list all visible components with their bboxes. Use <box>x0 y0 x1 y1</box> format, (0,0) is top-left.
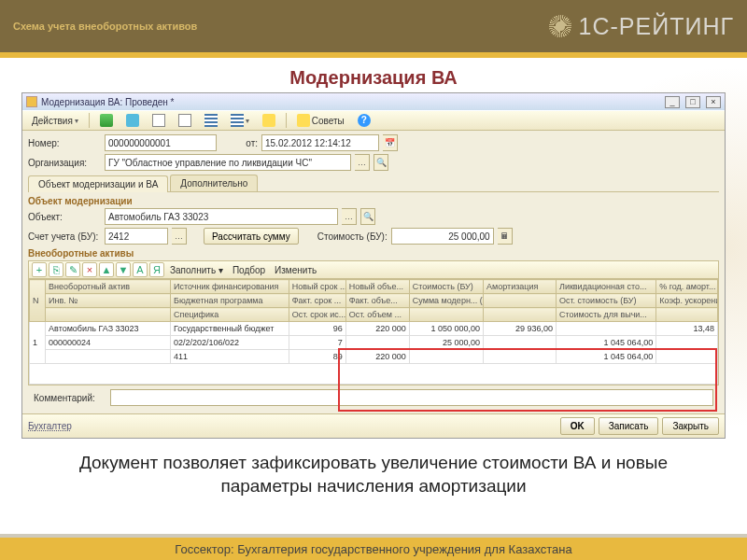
org-label: Организация: <box>28 158 101 168</box>
col-ost-cost[interactable]: Ост. стоимость (БУ) <box>556 294 655 308</box>
cost-label: Стоимость (БУ): <box>317 231 388 242</box>
col-fact-term[interactable]: Факт. срок ... <box>289 294 345 308</box>
section-assets-header: Внеоборотные активы <box>28 248 719 259</box>
col-calc-cost[interactable]: Стоимость для вычи... <box>556 308 655 322</box>
grid-toolbar: + ⎘ ✎ × ▲ ▼ A Я Заполнить ▾ Подбор Измен… <box>28 260 719 279</box>
doc-icon <box>152 114 165 127</box>
toolbar-btn-1[interactable] <box>94 112 119 129</box>
account-label: Счет учета (БУ): <box>28 231 101 242</box>
brand: 1С-РЕЙТИНГ <box>549 13 734 40</box>
org-picker-button[interactable]: … <box>355 154 370 171</box>
grid-edit-button[interactable]: ✎ <box>65 262 80 277</box>
window-button-bar: Бухгалтер OK Записать Закрыть <box>22 413 725 438</box>
struct-icon <box>262 114 275 127</box>
col-spec[interactable]: Специфика <box>171 308 289 322</box>
help-button[interactable]: ? <box>352 112 376 129</box>
col-amort[interactable]: Амортизация <box>484 280 557 294</box>
col-ost-vol[interactable]: Ост. объем ... <box>345 308 409 322</box>
ok-button[interactable]: OK <box>560 417 595 435</box>
col-koef[interactable]: Коэф. ускорения (БУ) <box>656 294 718 308</box>
grid-change-button[interactable]: Изменить <box>271 265 320 275</box>
window-titlebar: Модернизация ВА: Проведен * _ □ × <box>22 93 725 110</box>
from-label: от: <box>220 138 258 148</box>
col-pct[interactable]: % год. аморт... <box>656 280 718 294</box>
toolbar-btn-2[interactable] <box>120 112 145 129</box>
col-new-term[interactable]: Новый срок ... <box>289 280 345 294</box>
save-icon <box>100 114 113 127</box>
col-inv[interactable]: Инв. № <box>46 294 171 308</box>
cost-input[interactable]: 25 000,00 <box>391 228 494 245</box>
calc-sum-button[interactable]: Рассчитать сумму <box>204 228 299 245</box>
object-input[interactable]: Автомобиль ГАЗ 33023 <box>105 208 338 225</box>
grid-up-button[interactable]: ▲ <box>99 262 114 277</box>
org-open-button[interactable]: 🔍 <box>374 154 388 171</box>
table-row[interactable]: 000000024 02/2/202/106/022 7 25 000,00 1… <box>30 336 718 350</box>
grid-fill-button[interactable]: Заполнить ▾ <box>166 265 227 275</box>
close-button[interactable]: × <box>706 96 721 108</box>
grid-copy-button[interactable]: ⎘ <box>49 262 63 277</box>
bulb-icon <box>297 114 310 127</box>
col-cost-bu[interactable]: Стоимость (БУ) <box>409 280 483 294</box>
actions-menu[interactable]: Действия▾ <box>26 112 84 129</box>
account-picker-button[interactable]: … <box>172 228 187 245</box>
col-liq[interactable]: Ликвидационная сто... <box>556 280 655 294</box>
tabs: Объект модернизации и ВА Дополнительно <box>28 175 719 192</box>
toolbar-btn-4[interactable] <box>173 112 197 129</box>
object-label: Объект: <box>28 212 101 222</box>
col-fin[interactable]: Источник финансирования <box>171 280 289 294</box>
close-window-button[interactable]: Закрыть <box>662 417 719 435</box>
post-icon <box>204 114 218 127</box>
tab-object[interactable]: Объект модернизации и ВА <box>28 175 168 192</box>
user-label: Бухгалтер <box>28 421 72 431</box>
org-input[interactable]: ГУ "Областное управление по ликвидации Ч… <box>105 154 351 171</box>
object-open-button[interactable]: 🔍 <box>360 208 375 225</box>
save-button[interactable]: Записать <box>599 417 659 435</box>
grid-select-button[interactable]: Подбор <box>229 265 269 275</box>
col-sum-mod[interactable]: Сумма модерн... (БУ) <box>409 294 483 308</box>
grid-add-button[interactable]: + <box>32 262 47 277</box>
window-icon <box>26 96 37 107</box>
toolbar-btn-3[interactable] <box>147 112 171 129</box>
minimize-button[interactable]: _ <box>665 96 680 108</box>
toolbar-btn-6[interactable]: ▾ <box>225 112 255 129</box>
cost-calc-button[interactable]: 🖩 <box>498 228 513 245</box>
comment-label: Комментарий: <box>34 393 106 403</box>
account-input[interactable]: 2412 <box>105 228 168 245</box>
app-window: Модернизация ВА: Проведен * _ □ × Действ… <box>21 92 726 439</box>
col-asset[interactable]: Внеоборотный актив <box>46 280 171 294</box>
date-picker-button[interactable]: 📅 <box>383 134 398 151</box>
col-fact-vol[interactable]: Факт. объе... <box>345 294 409 308</box>
slide-caption: Документ позволяет зафиксировать увеличе… <box>37 452 710 497</box>
col-n[interactable]: N <box>30 280 46 322</box>
divider-gold <box>0 52 747 58</box>
brand-logo-icon <box>549 15 571 37</box>
grid-down-button[interactable]: ▼ <box>116 262 131 277</box>
table-row[interactable]: 1 Автомобиль ГАЗ 33023 Государственный б… <box>30 322 718 336</box>
toolbar-btn-5[interactable] <box>199 112 223 129</box>
table-row[interactable]: 411 89 220 000 1 045 064,00 <box>30 350 718 364</box>
tab-additional[interactable]: Дополнительно <box>170 175 258 191</box>
number-input[interactable]: 000000000001 <box>105 134 217 151</box>
col-ost-term[interactable]: Ост. срок ис... <box>289 308 345 322</box>
col-prog[interactable]: Бюджетная программа <box>171 294 289 308</box>
window-title: Модернизация ВА: Проведен * <box>41 97 659 107</box>
help-icon: ? <box>358 114 371 127</box>
slide-title: Модернизация ВА <box>0 67 747 89</box>
toolbar-btn-7[interactable] <box>257 112 281 129</box>
object-picker-button[interactable]: … <box>342 208 357 225</box>
col-new-vol[interactable]: Новый объе... <box>345 280 409 294</box>
brand-text: 1С-РЕЙТИНГ <box>579 13 734 40</box>
footer: Госсектор: Бухгалтерия государственного … <box>0 538 747 560</box>
copy-icon <box>178 114 191 127</box>
restore-button[interactable]: □ <box>685 96 700 108</box>
breadcrumb: Схема учета внеоборотных активов <box>13 21 197 32</box>
comment-input[interactable] <box>110 389 713 406</box>
grid-sort2-button[interactable]: Я <box>149 262 164 277</box>
report-icon <box>231 114 244 127</box>
grid-delete-button[interactable]: × <box>82 262 97 277</box>
refresh-icon <box>126 114 139 127</box>
grid-sort-button[interactable]: A <box>133 262 148 277</box>
assets-grid[interactable]: N Внеоборотный актив Источник финансиров… <box>28 279 719 385</box>
date-input[interactable]: 15.02.2012 12:14:12 <box>261 134 379 151</box>
tips-button[interactable]: Советы <box>291 112 350 129</box>
